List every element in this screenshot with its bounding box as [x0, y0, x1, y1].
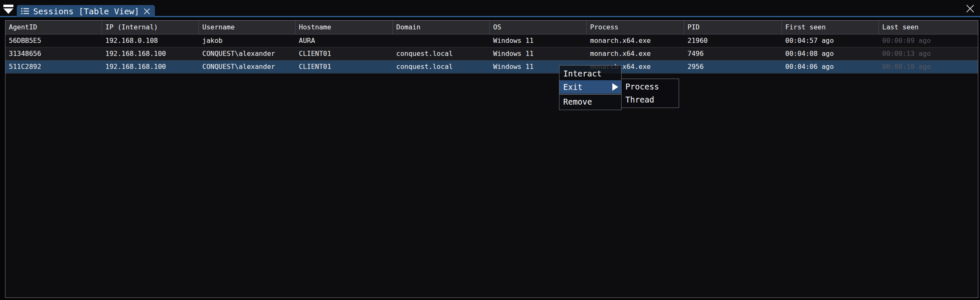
filter-dropdown-icon-bar — [3, 5, 13, 7]
filter-dropdown-icon[interactable] — [3, 5, 13, 14]
cell-hostname: AURA — [295, 34, 393, 47]
cell-hostname: CLIENT01 — [295, 61, 393, 73]
window-close-icon[interactable] — [965, 4, 975, 13]
cell-domain — [393, 34, 490, 47]
cell-os: Windows 11 — [490, 34, 587, 47]
table-row[interactable]: 31348656192.168.168.100CONQUEST\alexande… — [5, 47, 978, 61]
cell-process: monarch.x64.exe — [587, 34, 684, 47]
submenu-arrow-icon — [612, 83, 618, 91]
cell-os: Windows 11 — [490, 47, 587, 60]
column-header-hostname[interactable]: Hostname — [295, 21, 393, 34]
tab-label: Sessions [Table View] — [33, 6, 139, 16]
cell-pid: 2956 — [684, 61, 782, 73]
cell-pid: 21960 — [684, 34, 782, 47]
column-header-ip-internal[interactable]: IP (Internal) — [102, 21, 199, 34]
menu-item-interact[interactable]: Interact — [559, 67, 621, 80]
cell-ip-internal: 192.168.168.100 — [102, 47, 199, 60]
column-header-agent-id[interactable]: AgentID — [5, 21, 102, 34]
table-row[interactable]: 56DBB5E5192.168.0.108jakobAURAWindows 11… — [5, 34, 978, 47]
column-header-process[interactable]: Process — [587, 21, 684, 34]
cell-first-seen: 00:04:08 ago — [782, 47, 879, 60]
tab-bar: Sessions [Table View] — [0, 0, 980, 17]
menu-item-exit[interactable]: Exit — [559, 80, 621, 94]
list-icon — [21, 8, 29, 15]
column-header-pid[interactable]: PID — [684, 21, 782, 34]
column-header-os[interactable]: OS — [490, 21, 587, 34]
cell-process: monarch.x64.exe — [587, 47, 684, 60]
column-header-first-seen[interactable]: First seen — [782, 21, 879, 34]
column-header-domain[interactable]: Domain — [393, 21, 490, 34]
cell-domain: conquest.local — [393, 47, 490, 60]
sessions-table: AgentIDIP (Internal)UsernameHostnameDoma… — [5, 20, 978, 298]
column-header-last-seen[interactable]: Last seen — [879, 21, 978, 34]
cell-first-seen: 00:04:57 ago — [782, 34, 879, 47]
menu-separator — [559, 94, 621, 95]
column-header-username[interactable]: Username — [199, 21, 295, 34]
cell-agent-id: 56DBB5E5 — [5, 34, 102, 47]
session-table-header: AgentIDIP (Internal)UsernameHostnameDoma… — [5, 21, 978, 34]
cell-last-seen: 00:00:13 ago — [879, 47, 978, 60]
tab-close-icon[interactable] — [143, 8, 151, 15]
app-window: Sessions [Table View] AgentIDIP (Interna… — [0, 0, 980, 300]
session-rows: 56DBB5E5192.168.0.108jakobAURAWindows 11… — [5, 34, 978, 74]
cell-first-seen: 00:04:06 ago — [782, 61, 879, 73]
menu-item-remove[interactable]: Remove — [559, 95, 621, 108]
cell-agent-id: 31348656 — [5, 47, 102, 60]
cell-last-seen: 00:00:09 ago — [879, 34, 978, 47]
cell-username: CONQUEST\alexander — [199, 61, 295, 73]
cell-agent-id: 511C2892 — [5, 61, 102, 73]
cell-pid: 7496 — [684, 47, 782, 60]
cell-last-seen: 00:00:10 ago — [879, 61, 978, 73]
cell-hostname: CLIENT01 — [295, 47, 393, 60]
cell-username: jakob — [199, 34, 295, 47]
context-menu: Interact Exit Remove — [559, 65, 622, 110]
submenu-item-thread[interactable]: Thread — [622, 93, 679, 106]
table-row[interactable]: 511C2892192.168.168.100CONQUEST\alexande… — [5, 61, 978, 74]
cell-username: CONQUEST\alexander — [199, 47, 295, 60]
exit-submenu: Process Thread — [621, 79, 679, 108]
cell-ip-internal: 192.168.168.100 — [102, 61, 199, 73]
tab-sessions-table-view[interactable]: Sessions [Table View] — [17, 5, 155, 17]
submenu-item-process[interactable]: Process — [622, 80, 679, 93]
cell-domain: conquest.local — [393, 61, 490, 73]
filter-dropdown-icon-triangle — [3, 8, 13, 14]
menu-item-exit-label: Exit — [563, 82, 583, 92]
cell-ip-internal: 192.168.0.108 — [102, 34, 199, 47]
